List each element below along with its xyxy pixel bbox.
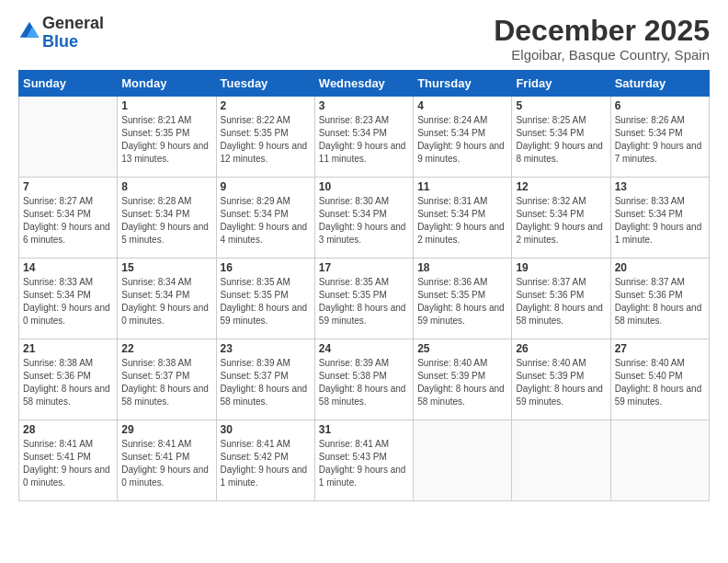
day-number: 10 (319, 180, 409, 193)
calendar-cell (19, 97, 118, 178)
calendar-cell: 21Sunrise: 8:38 AMSunset: 5:36 PMDayligh… (19, 339, 118, 420)
calendar-cell: 13Sunrise: 8:33 AMSunset: 5:34 PMDayligh… (610, 178, 709, 259)
calendar-week-0: 1Sunrise: 8:21 AMSunset: 5:35 PMDaylight… (19, 97, 710, 178)
calendar-cell: 5Sunrise: 8:25 AMSunset: 5:34 PMDaylight… (512, 97, 610, 178)
calendar-cell: 10Sunrise: 8:30 AMSunset: 5:34 PMDayligh… (314, 178, 413, 259)
calendar-cell: 9Sunrise: 8:29 AMSunset: 5:34 PMDaylight… (216, 178, 314, 259)
day-number: 8 (121, 180, 211, 193)
day-number: 25 (417, 342, 507, 355)
day-info: Sunrise: 8:33 AMSunset: 5:34 PMDaylight:… (615, 195, 705, 247)
day-number: 4 (417, 99, 507, 112)
day-info: Sunrise: 8:35 AMSunset: 5:35 PMDaylight:… (319, 276, 409, 327)
day-info: Sunrise: 8:31 AMSunset: 5:34 PMDaylight:… (417, 195, 507, 247)
day-info: Sunrise: 8:40 AMSunset: 5:39 PMDaylight:… (417, 357, 507, 408)
calendar-cell: 4Sunrise: 8:24 AMSunset: 5:34 PMDaylight… (414, 97, 512, 178)
day-info: Sunrise: 8:39 AMSunset: 5:38 PMDaylight:… (319, 357, 409, 408)
day-number: 1 (121, 99, 211, 112)
calendar-cell: 30Sunrise: 8:41 AMSunset: 5:42 PMDayligh… (216, 420, 314, 501)
header-sunday: Sunday (19, 71, 118, 97)
logo-blue-text: Blue (42, 32, 78, 51)
calendar-cell: 19Sunrise: 8:37 AMSunset: 5:36 PMDayligh… (512, 259, 610, 339)
page-container: General Blue December 2025 Elgoibar, Bas… (0, 0, 728, 511)
day-number: 15 (121, 261, 211, 274)
calendar-cell: 12Sunrise: 8:32 AMSunset: 5:34 PMDayligh… (512, 178, 610, 259)
calendar-cell: 22Sunrise: 8:38 AMSunset: 5:37 PMDayligh… (118, 339, 216, 420)
day-number: 7 (23, 180, 113, 193)
day-info: Sunrise: 8:39 AMSunset: 5:37 PMDaylight:… (221, 357, 311, 408)
day-info: Sunrise: 8:27 AMSunset: 5:34 PMDaylight:… (23, 195, 113, 247)
day-info: Sunrise: 8:40 AMSunset: 5:39 PMDaylight:… (516, 357, 606, 408)
header-monday: Monday (118, 71, 216, 97)
calendar-week-1: 7Sunrise: 8:27 AMSunset: 5:34 PMDaylight… (19, 178, 710, 259)
calendar-table: Sunday Monday Tuesday Wednesday Thursday… (18, 70, 710, 501)
calendar-cell: 23Sunrise: 8:39 AMSunset: 5:37 PMDayligh… (216, 339, 314, 420)
calendar-cell: 15Sunrise: 8:34 AMSunset: 5:34 PMDayligh… (118, 259, 216, 339)
calendar-week-3: 21Sunrise: 8:38 AMSunset: 5:36 PMDayligh… (19, 339, 710, 420)
header-wednesday: Wednesday (314, 71, 413, 97)
calendar-cell: 25Sunrise: 8:40 AMSunset: 5:39 PMDayligh… (414, 339, 512, 420)
header: General Blue December 2025 Elgoibar, Bas… (18, 15, 710, 63)
day-info: Sunrise: 8:32 AMSunset: 5:34 PMDaylight:… (516, 195, 606, 247)
day-info: Sunrise: 8:24 AMSunset: 5:34 PMDaylight:… (417, 114, 507, 166)
header-saturday: Saturday (610, 71, 709, 97)
calendar-cell: 17Sunrise: 8:35 AMSunset: 5:35 PMDayligh… (314, 259, 413, 339)
calendar-cell: 24Sunrise: 8:39 AMSunset: 5:38 PMDayligh… (314, 339, 413, 420)
day-number: 9 (221, 180, 311, 193)
day-info: Sunrise: 8:41 AMSunset: 5:43 PMDaylight:… (319, 438, 409, 489)
day-info: Sunrise: 8:36 AMSunset: 5:35 PMDaylight:… (417, 276, 507, 327)
day-info: Sunrise: 8:41 AMSunset: 5:41 PMDaylight:… (23, 438, 113, 489)
title-block: December 2025 Elgoibar, Basque Country, … (494, 15, 710, 63)
day-number: 18 (417, 261, 507, 274)
calendar-cell: 27Sunrise: 8:40 AMSunset: 5:40 PMDayligh… (610, 339, 709, 420)
day-number: 6 (615, 99, 705, 112)
day-number: 19 (516, 261, 606, 274)
day-number: 14 (23, 261, 113, 274)
calendar-cell: 3Sunrise: 8:23 AMSunset: 5:34 PMDaylight… (314, 97, 413, 178)
day-info: Sunrise: 8:28 AMSunset: 5:34 PMDaylight:… (121, 195, 211, 247)
day-number: 16 (221, 261, 311, 274)
location: Elgoibar, Basque Country, Spain (494, 47, 710, 63)
calendar-cell (414, 420, 512, 501)
day-number: 23 (221, 342, 311, 355)
logo: General Blue (18, 15, 104, 52)
calendar-cell: 7Sunrise: 8:27 AMSunset: 5:34 PMDaylight… (19, 178, 118, 259)
day-info: Sunrise: 8:25 AMSunset: 5:34 PMDaylight:… (516, 114, 606, 166)
day-number: 13 (615, 180, 705, 193)
calendar-cell: 14Sunrise: 8:33 AMSunset: 5:34 PMDayligh… (19, 259, 118, 339)
day-number: 3 (319, 99, 409, 112)
calendar-cell: 20Sunrise: 8:37 AMSunset: 5:36 PMDayligh… (610, 259, 709, 339)
day-number: 26 (516, 342, 606, 355)
day-number: 17 (319, 261, 409, 274)
logo-general-text: General (42, 14, 104, 32)
day-info: Sunrise: 8:30 AMSunset: 5:34 PMDaylight:… (319, 195, 409, 247)
calendar-cell: 28Sunrise: 8:41 AMSunset: 5:41 PMDayligh… (19, 420, 118, 501)
calendar-cell: 16Sunrise: 8:35 AMSunset: 5:35 PMDayligh… (216, 259, 314, 339)
day-info: Sunrise: 8:37 AMSunset: 5:36 PMDaylight:… (516, 276, 606, 327)
day-info: Sunrise: 8:29 AMSunset: 5:34 PMDaylight:… (221, 195, 311, 247)
day-info: Sunrise: 8:40 AMSunset: 5:40 PMDaylight:… (615, 357, 705, 408)
day-number: 11 (417, 180, 507, 193)
calendar-header-row: Sunday Monday Tuesday Wednesday Thursday… (19, 71, 710, 97)
day-number: 29 (121, 423, 211, 436)
calendar-week-4: 28Sunrise: 8:41 AMSunset: 5:41 PMDayligh… (19, 420, 710, 501)
day-info: Sunrise: 8:33 AMSunset: 5:34 PMDaylight:… (23, 276, 113, 327)
day-info: Sunrise: 8:38 AMSunset: 5:36 PMDaylight:… (23, 357, 113, 408)
day-number: 24 (319, 342, 409, 355)
calendar-cell: 31Sunrise: 8:41 AMSunset: 5:43 PMDayligh… (314, 420, 413, 501)
day-info: Sunrise: 8:22 AMSunset: 5:35 PMDaylight:… (221, 114, 311, 166)
day-info: Sunrise: 8:41 AMSunset: 5:41 PMDaylight:… (121, 438, 211, 489)
day-number: 31 (319, 423, 409, 436)
calendar-cell: 2Sunrise: 8:22 AMSunset: 5:35 PMDaylight… (216, 97, 314, 178)
day-number: 30 (221, 423, 311, 436)
header-thursday: Thursday (414, 71, 512, 97)
day-number: 5 (516, 99, 606, 112)
calendar-cell (512, 420, 610, 501)
calendar-cell: 11Sunrise: 8:31 AMSunset: 5:34 PMDayligh… (414, 178, 512, 259)
header-tuesday: Tuesday (216, 71, 314, 97)
day-number: 22 (121, 342, 211, 355)
day-info: Sunrise: 8:37 AMSunset: 5:36 PMDaylight:… (615, 276, 705, 327)
calendar-cell: 18Sunrise: 8:36 AMSunset: 5:35 PMDayligh… (414, 259, 512, 339)
day-number: 27 (615, 342, 705, 355)
day-number: 12 (516, 180, 606, 193)
calendar-cell: 6Sunrise: 8:26 AMSunset: 5:34 PMDaylight… (610, 97, 709, 178)
